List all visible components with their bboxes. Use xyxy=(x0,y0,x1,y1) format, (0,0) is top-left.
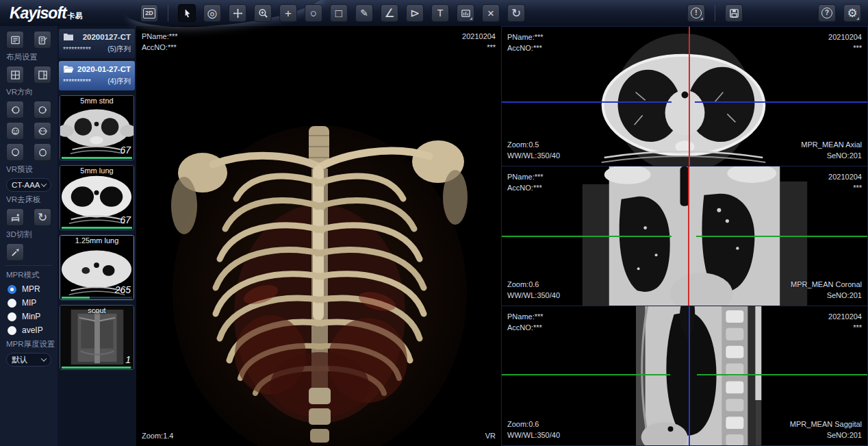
vr-dir-face-side-button[interactable] xyxy=(6,122,24,140)
study-title: 20200127-CT xyxy=(83,33,131,41)
crosshair-horizontal-green[interactable] xyxy=(696,236,867,237)
thumbnail-image-count: 67 xyxy=(120,214,131,225)
text-annotation-button[interactable]: T xyxy=(431,4,449,22)
crosshair-icon: + xyxy=(285,8,292,19)
study-date-label: 20210204 xyxy=(462,31,496,42)
about-button[interactable]: ! xyxy=(687,4,705,22)
scroll-icon: ◎ xyxy=(207,8,218,19)
help-button[interactable]: ? xyxy=(818,4,836,22)
delete-annotation-button[interactable]: × xyxy=(482,4,500,22)
report-panel-button[interactable] xyxy=(34,31,51,49)
chevron-down-icon xyxy=(41,356,47,361)
crosshair-vertical-red[interactable] xyxy=(689,27,690,166)
cobb-angle-button[interactable]: ⊳ xyxy=(406,4,424,22)
thumbnail-progress-fill xyxy=(62,157,132,159)
window-level-icon xyxy=(461,8,471,18)
vr-rendering-ribcage xyxy=(136,26,501,446)
crosshair-horizontal-blue[interactable] xyxy=(502,101,672,103)
pan-tool-button[interactable] xyxy=(229,4,246,22)
series-thumbnail-scout[interactable]: scout 1 xyxy=(60,305,134,370)
measure-tool-button[interactable]: ✎ xyxy=(355,4,373,22)
settings-button[interactable]: ⚙ xyxy=(843,4,861,22)
radio-label: MinP xyxy=(22,312,40,321)
mpr-viewport-coronal[interactable]: PName:*** AccNO:*** 20210204 *** Zoom:0.… xyxy=(501,166,868,306)
left-sidebar: 布局设置 VR方向 xyxy=(0,26,58,446)
radio-unchecked-icon xyxy=(8,299,16,308)
vr-dir-head-top-button[interactable] xyxy=(6,143,24,161)
series-panel-toggle-button[interactable] xyxy=(6,31,24,49)
study-item-1[interactable]: 20200127-CT ********** (5)序列 xyxy=(59,29,135,58)
crosshair-vertical-blue[interactable] xyxy=(689,306,690,445)
mpr-overlay-topright: 20210204 *** xyxy=(828,32,862,53)
thumbnail-progress-fill xyxy=(62,227,132,229)
mpr-overlay-topright: 20210204 *** xyxy=(828,171,862,193)
mpr-mode-radio-aveip[interactable]: aveIP xyxy=(8,325,51,335)
mpr-viewport-axial[interactable]: PName:*** AccNO:*** 20210204 *** Zoom:0.… xyxy=(501,26,868,166)
accession-label: AccNO:*** xyxy=(507,42,544,53)
radio-checked-icon xyxy=(8,285,16,294)
remove-bed-button[interactable] xyxy=(6,208,24,226)
bed-reset-button[interactable]: ↻ xyxy=(34,208,51,226)
crosshair-horizontal-green[interactable] xyxy=(502,374,670,375)
radio-unchecked-icon xyxy=(8,312,16,321)
scalpel-button[interactable] xyxy=(6,243,24,261)
mpr-overlay-topright: 20210204 *** xyxy=(828,311,862,333)
crosshair-tool-button[interactable]: + xyxy=(279,4,297,22)
reset-icon: ↻ xyxy=(511,8,521,19)
reset-view-button[interactable]: ↻ xyxy=(507,4,525,22)
help-icon: ? xyxy=(821,8,832,18)
series-number-label: SeNO:201 xyxy=(790,430,862,441)
vr-preset-label: VR预设 xyxy=(6,164,51,175)
study-date-label: 20210204 xyxy=(828,311,862,322)
thumbnail-progress-track xyxy=(62,227,132,229)
series-thumbnail-5mm-lung[interactable]: 5mm lung 67 xyxy=(60,165,134,230)
crosshair-horizontal-green[interactable] xyxy=(502,236,672,237)
series-thumbnail-5mm-stnd[interactable]: 5mm stnd 67 xyxy=(60,95,134,160)
thumbnail-label: scout xyxy=(60,306,133,314)
render-mode-label: VR xyxy=(485,430,496,441)
vr-dir-head-bottom-button[interactable] xyxy=(34,143,51,161)
tool-group: 2D ◎ + ○ □ ✎ ∠ ⊳ T × ↻ xyxy=(140,4,525,22)
scroll-tool-button[interactable]: ◎ xyxy=(203,4,221,22)
window-level-label: WW/WL:350/40 xyxy=(507,430,560,441)
mpr-thickness-dropdown[interactable]: 默认 xyxy=(6,353,51,367)
crosshair-horizontal-blue[interactable] xyxy=(695,101,867,103)
vr-dir-face-front-button[interactable] xyxy=(34,122,51,140)
layout-main-side-button[interactable] xyxy=(34,66,51,84)
crosshair-horizontal-green[interactable] xyxy=(697,374,867,375)
head-bottom-icon xyxy=(38,147,48,158)
mpr-overlay-topleft: PName:*** AccNO:*** xyxy=(507,171,544,193)
layout-section-label: 布局设置 xyxy=(6,52,51,62)
mpr-overlay-bottomright: MPR_MEAN Saggital SeNO:201 xyxy=(790,419,862,441)
vr-viewport[interactable]: PName:*** AccNO:*** 20210204 *** Zoom:1.… xyxy=(136,26,501,446)
vr-overlay-topright: 20210204 *** xyxy=(462,31,496,53)
thumbnail-label: 5mm stnd xyxy=(60,97,133,105)
study-item-2-selected[interactable]: 2020-01-27-CT ********** (4)序列 xyxy=(59,61,135,90)
app-logo: Kayisoft卡易 xyxy=(0,4,140,23)
tool-group-right: ! ? ⚙ xyxy=(687,4,868,22)
zoom-tool-button[interactable] xyxy=(254,4,272,22)
vr-preset-dropdown[interactable]: CT-AAA xyxy=(6,178,51,192)
mpr-mode-radio-mip[interactable]: MIP xyxy=(8,298,51,308)
mpr-overlay-bottomleft: Zoom:0.6 WW/WL:350/40 xyxy=(507,279,560,301)
select-tool-button[interactable] xyxy=(178,4,196,22)
mpr-mode-radio-mpr[interactable]: MPR xyxy=(8,284,51,294)
2d-mode-button[interactable]: 2D xyxy=(140,4,158,22)
pacs-viewer-app: Kayisoft卡易 2D ◎ + ○ □ ✎ ∠ ⊳ T × xyxy=(0,0,868,446)
layout-grid-button[interactable] xyxy=(6,66,24,84)
window-preset-button[interactable] xyxy=(457,4,474,22)
vr-dir-head-right-button[interactable] xyxy=(34,101,51,119)
rect-roi-button[interactable]: □ xyxy=(330,4,348,22)
series-thumbnail-125mm-lung[interactable]: 1.25mm lung 265 xyxy=(60,235,134,300)
mpr-viewport-sagittal[interactable]: PName:*** AccNO:*** 20210204 *** Zoom:0.… xyxy=(501,306,868,446)
patient-name-label: PName:*** xyxy=(507,32,544,42)
mpr-mode-radio-minp[interactable]: MinP xyxy=(8,312,51,321)
mpr-thickness-label: MPR厚度设置 xyxy=(6,339,51,349)
thumbnail-image-count: 1 xyxy=(125,354,131,365)
series-number-label: SeNO:201 xyxy=(791,290,862,301)
angle-tool-button[interactable]: ∠ xyxy=(381,4,398,22)
save-button[interactable] xyxy=(725,4,743,22)
vr-dir-head-left-button[interactable] xyxy=(6,101,24,119)
ellipse-roi-button[interactable]: ○ xyxy=(305,4,322,22)
crosshair-vertical-red[interactable] xyxy=(688,166,689,306)
